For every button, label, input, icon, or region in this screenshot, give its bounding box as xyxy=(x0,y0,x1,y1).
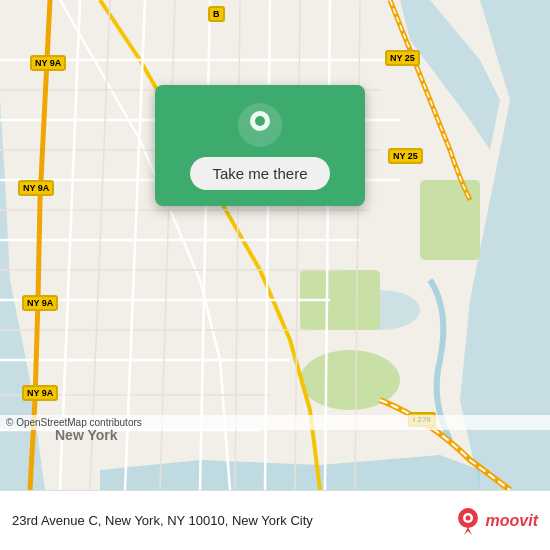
road-badge-ny9a-3: NY 9A xyxy=(22,295,58,311)
svg-point-30 xyxy=(255,116,265,126)
road-badge-ny9a-4: NY 9A xyxy=(22,385,58,401)
moovit-text-label: moovit xyxy=(486,512,538,530)
map-attribution: © OpenStreetMap contributors xyxy=(0,415,550,430)
map-container: New York NY 9A NY 9A NY 9A NY 9A NY 25 N… xyxy=(0,0,550,490)
road-badge-ny9a-1: NY 9A xyxy=(30,55,66,71)
footer-bar: 23rd Avenue C, New York, NY 10010, New Y… xyxy=(0,490,550,550)
road-badge-b: B xyxy=(208,6,225,22)
location-card: Take me there xyxy=(155,85,365,206)
svg-rect-3 xyxy=(420,180,480,260)
road-badge-ny25-1: NY 25 xyxy=(385,50,420,66)
road-badge-ny9a-2: NY 9A xyxy=(18,180,54,196)
svg-point-33 xyxy=(465,515,470,520)
moovit-icon xyxy=(454,507,482,535)
pin-icon xyxy=(238,103,282,147)
footer-address: 23rd Avenue C, New York, NY 10010, New Y… xyxy=(12,513,313,528)
road-badge-ny25-2: NY 25 xyxy=(388,148,423,164)
take-me-there-button[interactable]: Take me there xyxy=(190,157,329,190)
moovit-logo: moovit xyxy=(454,507,538,535)
